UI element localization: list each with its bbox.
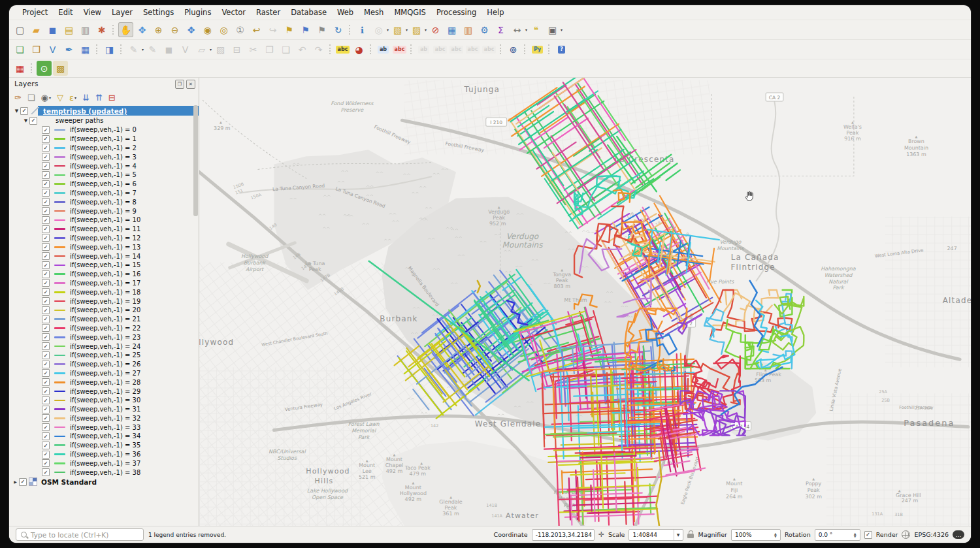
data-source-manager-icon[interactable]: ❏ [12,42,27,57]
layer-checkbox[interactable]: ✓ [42,234,50,242]
save-layer-edits-icon[interactable]: ◼ [161,42,176,57]
text-annotation-dropdown-icon[interactable]: ▾ [561,27,563,32]
layer-item-osm-standard[interactable]: ▶✓OSM Standard [9,477,199,487]
legend-item-19[interactable]: ✓if(sweep,veh,-1) = 19 [9,297,199,306]
layer-checkbox[interactable]: ✓ [42,459,50,467]
legend-item-2[interactable]: ✓if(sweep,veh,-1) = 2 [9,144,199,153]
layer-labeling-icon[interactable]: abc [335,42,350,57]
new-temporary-scratch-layer-icon[interactable]: ▦ [78,42,93,57]
coordinate-input[interactable]: -118.2013,34.2184 [532,529,595,541]
layer-checkbox[interactable]: ✓ [42,306,50,314]
layer-checkbox[interactable]: ✓ [42,252,50,260]
legend-item-9[interactable]: ✓if(sweep,veh,-1) = 9 [9,206,199,216]
layer-checkbox[interactable]: ✓ [42,378,50,386]
legend-item-22[interactable]: ✓if(sweep,veh,-1) = 22 [9,324,199,333]
processing-toolbox-icon[interactable]: ⚙ [477,22,492,37]
layer-checkbox[interactable]: ✓ [42,442,50,449]
layout-manager-icon[interactable]: ▥ [78,22,93,37]
layer-checkbox[interactable]: ✓ [42,153,50,161]
zoom-next-icon[interactable]: ↪ [265,22,280,37]
layer-checkbox[interactable]: ✓ [42,432,50,440]
legend-item-1[interactable]: ✓if(sweep,veh,-1) = 1 [9,135,199,144]
new-spatial-bookmark-icon[interactable]: ⚑ [282,22,297,37]
menu-processing[interactable]: Processing [431,6,482,19]
layer-checkbox[interactable]: ✓ [42,423,50,431]
layer-checkbox[interactable]: ✓ [42,189,50,197]
run-feature-action-dropdown-icon[interactable]: ▾ [387,27,389,32]
add-group-icon[interactable]: ❏ [27,93,35,102]
vertex-tool-icon[interactable]: ▱ [194,42,209,57]
panel-float-icon[interactable]: ❐ [175,80,184,89]
legend-item-37[interactable]: ✓if(sweep,veh,-1) = 37 [9,459,199,468]
layer-checkbox[interactable]: ✓ [20,107,28,115]
refresh-map-icon[interactable]: ↻ [331,22,346,37]
layer-checkbox[interactable]: ✓ [42,297,50,305]
legend-item-32[interactable]: ✓if(sweep,veh,-1) = 32 [9,414,199,423]
cut-features-icon[interactable]: ✂ [246,42,261,57]
legend-item-23[interactable]: ✓if(sweep,veh,-1) = 23 [9,332,199,342]
menu-view[interactable]: View [78,6,106,19]
layer-diagrams-icon[interactable]: ◕ [351,42,367,57]
chevron-down-icon[interactable]: ▼ [674,530,680,540]
legend-item-21[interactable]: ✓if(sweep,veh,-1) = 21 [9,315,199,324]
redo-icon[interactable]: ↷ [311,42,326,57]
undo-icon[interactable]: ↶ [295,42,310,57]
new-print-layout-icon[interactable]: ▤ [61,22,76,37]
style-manager-icon[interactable]: ✱ [94,22,109,37]
panel-close-icon[interactable]: ✕ [186,80,195,89]
current-edits-icon[interactable]: ✎ [126,42,141,57]
menu-web[interactable]: Web [332,6,359,19]
legend-item-27[interactable]: ✓if(sweep,veh,-1) = 27 [9,369,199,378]
mmqgis-plugin-icon[interactable]: ▦ [12,61,27,76]
copy-features-icon[interactable]: ❐ [262,42,277,57]
legend-item-12[interactable]: ✓if(sweep,veh,-1) = 12 [9,234,199,243]
map-tips-icon[interactable]: ❝ [529,22,544,37]
legend-item-4[interactable]: ✓if(sweep,veh,-1) = 4 [9,161,199,170]
legend-item-5[interactable]: ✓if(sweep,veh,-1) = 5 [9,170,199,180]
legend-item-18[interactable]: ✓if(sweep,veh,-1) = 18 [9,287,199,297]
pan-to-selection-icon[interactable]: ✥ [135,22,150,37]
menu-plugins[interactable]: Plugins [179,6,216,19]
legend-group-sweeper-paths[interactable]: ▼✓sweeper paths [9,116,199,125]
layer-checkbox[interactable]: ✓ [42,468,50,476]
change-label-icon[interactable]: abc [482,42,497,57]
legend-item-34[interactable]: ✓if(sweep,veh,-1) = 34 [9,432,199,441]
menu-project[interactable]: Project [17,6,53,19]
zoom-full-icon[interactable]: ✥ [184,22,199,37]
identify-features-icon[interactable]: ℹ [355,22,370,37]
menu-vector[interactable]: Vector [216,6,251,19]
collapse-all-icon[interactable]: ⇈ [95,93,103,102]
menu-raster[interactable]: Raster [251,6,286,19]
legend-item-6[interactable]: ✓if(sweep,veh,-1) = 6 [9,180,199,189]
layer-checkbox[interactable]: ✓ [42,216,50,224]
epsg-label[interactable]: EPSG:4326 [914,531,949,538]
legend-item-16[interactable]: ✓if(sweep,veh,-1) = 16 [9,270,199,279]
legend-item-24[interactable]: ✓if(sweep,veh,-1) = 24 [9,342,199,351]
layer-checkbox[interactable]: ✓ [42,369,50,377]
add-line-feature-icon[interactable]: V [178,42,193,57]
filter-by-expression-icon[interactable]: ε▾ [69,93,76,102]
layer-checkbox[interactable]: ✓ [42,396,50,404]
menu-mesh[interactable]: Mesh [359,6,389,19]
legend-item-11[interactable]: ✓if(sweep,veh,-1) = 11 [9,225,199,234]
new-shapefile-layer-icon[interactable]: V [45,42,60,57]
pin-unpin-labels-icon[interactable]: ab [416,42,431,57]
filter-legend-icon[interactable]: ▽ [57,93,63,102]
new-geopackage-layer-icon[interactable]: ❒ [29,42,44,57]
legend-item-10[interactable]: ✓if(sweep,veh,-1) = 10 [9,216,199,225]
menu-mmqgis[interactable]: MMQGIS [389,6,431,19]
zoom-native-icon[interactable]: ① [233,22,248,37]
legend-item-33[interactable]: ✓if(sweep,veh,-1) = 33 [9,423,199,432]
legend-item-3[interactable]: ✓if(sweep,veh,-1) = 3 [9,152,199,161]
statistics-panel-icon[interactable]: Σ [493,22,508,37]
layer-checkbox[interactable]: ✓ [42,135,50,143]
menu-help[interactable]: Help [482,6,509,19]
zoom-to-layer-icon[interactable]: ◎ [216,22,231,37]
remove-layer-icon[interactable]: ⊟ [108,93,116,102]
manage-map-themes-icon[interactable]: ◉▾ [41,93,51,102]
select-by-value-icon[interactable]: ▨ [409,22,424,37]
metasearch-icon[interactable]: ⊚ [506,42,521,57]
osm-place-search-icon[interactable]: ⊙ [37,61,52,76]
zoom-last-icon[interactable]: ↩ [249,22,264,37]
zoom-to-selection-icon[interactable]: ◉ [200,22,215,37]
